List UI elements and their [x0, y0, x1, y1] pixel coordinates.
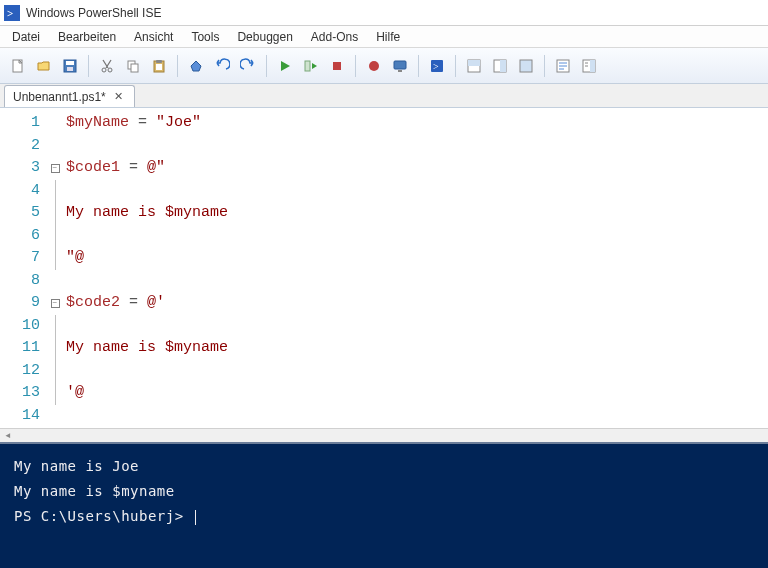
- code-line[interactable]: $myName = "Joe": [66, 112, 768, 135]
- line-number: 14: [0, 405, 44, 428]
- code-line[interactable]: [66, 315, 768, 338]
- code-line[interactable]: $code1 = @": [66, 157, 768, 180]
- fold-marker: [48, 112, 62, 135]
- menu-tools[interactable]: Tools: [183, 28, 227, 46]
- redo-button[interactable]: [236, 54, 260, 78]
- fold-marker: [48, 135, 62, 158]
- fold-marker: [48, 225, 62, 248]
- tab-label: Unbenannt1.ps1*: [13, 90, 106, 104]
- menu-ansicht[interactable]: Ansicht: [126, 28, 181, 46]
- fold-marker: [48, 382, 62, 405]
- svg-rect-27: [590, 60, 595, 72]
- toolbar-separator: [418, 55, 419, 77]
- show-script-max-button[interactable]: [514, 54, 538, 78]
- toolbar-separator: [355, 55, 356, 77]
- fold-marker: [48, 405, 62, 428]
- fold-marker: [48, 360, 62, 383]
- menu-bar: Datei Bearbeiten Ansicht Tools Debuggen …: [0, 26, 768, 48]
- code-line[interactable]: "@: [66, 247, 768, 270]
- paste-button[interactable]: [147, 54, 171, 78]
- line-number: 6: [0, 225, 44, 248]
- save-button[interactable]: [58, 54, 82, 78]
- code-line[interactable]: My name is $myname: [66, 202, 768, 225]
- open-button[interactable]: [32, 54, 56, 78]
- line-number: 8: [0, 270, 44, 293]
- menu-hilfe[interactable]: Hilfe: [368, 28, 408, 46]
- code-area[interactable]: $myName = "Joe"$code1 = @"My name is $my…: [62, 108, 768, 442]
- line-number: 9: [0, 292, 44, 315]
- tab-file[interactable]: Unbenannt1.ps1* ✕: [4, 85, 135, 107]
- svg-point-7: [108, 68, 112, 72]
- code-line[interactable]: $code2 = @': [66, 292, 768, 315]
- svg-rect-12: [156, 64, 162, 70]
- copy-button[interactable]: [121, 54, 145, 78]
- svg-rect-17: [398, 70, 402, 72]
- console-prompt[interactable]: PS C:\Users\huberj>: [14, 504, 754, 529]
- menu-datei[interactable]: Datei: [4, 28, 48, 46]
- line-number: 1: [0, 112, 44, 135]
- remote-button[interactable]: [388, 54, 412, 78]
- menu-addons[interactable]: Add-Ons: [303, 28, 366, 46]
- console-pane[interactable]: My name is JoeMy name is $mynamePS C:\Us…: [0, 442, 768, 568]
- horizontal-scrollbar[interactable]: ◄: [0, 428, 768, 442]
- menu-debuggen[interactable]: Debuggen: [229, 28, 300, 46]
- toolbar-separator: [177, 55, 178, 77]
- console-output-line: My name is $myname: [14, 479, 754, 504]
- code-line[interactable]: [66, 360, 768, 383]
- fold-marker: [48, 315, 62, 338]
- show-command-addon-button[interactable]: [577, 54, 601, 78]
- svg-text:>: >: [433, 61, 439, 72]
- line-number: 5: [0, 202, 44, 225]
- line-number: 4: [0, 180, 44, 203]
- close-icon[interactable]: ✕: [112, 90, 126, 104]
- cut-button[interactable]: [95, 54, 119, 78]
- scroll-left-icon[interactable]: ◄: [2, 431, 14, 440]
- stop-button[interactable]: [325, 54, 349, 78]
- script-editor[interactable]: 1234567891011121314151617 −− $myName = "…: [0, 108, 768, 442]
- powershell-button[interactable]: >: [425, 54, 449, 78]
- new-button[interactable]: [6, 54, 30, 78]
- show-script-pane-button[interactable]: [462, 54, 486, 78]
- svg-rect-14: [333, 62, 341, 70]
- toolbar: >: [0, 48, 768, 84]
- line-number: 11: [0, 337, 44, 360]
- run-button[interactable]: [273, 54, 297, 78]
- line-number: 7: [0, 247, 44, 270]
- app-icon: >: [4, 5, 20, 21]
- toolbar-separator: [455, 55, 456, 77]
- fold-marker[interactable]: −: [48, 292, 62, 315]
- line-number: 10: [0, 315, 44, 338]
- code-line[interactable]: [66, 180, 768, 203]
- code-line[interactable]: [66, 270, 768, 293]
- svg-point-15: [369, 61, 379, 71]
- svg-point-6: [102, 68, 106, 72]
- menu-bearbeiten[interactable]: Bearbeiten: [50, 28, 124, 46]
- code-line[interactable]: [66, 225, 768, 248]
- svg-rect-24: [520, 60, 532, 72]
- fold-marker: [48, 202, 62, 225]
- fold-marker: [48, 247, 62, 270]
- undo-button[interactable]: [210, 54, 234, 78]
- breakpoint-button[interactable]: [362, 54, 386, 78]
- window-title: Windows PowerShell ISE: [26, 6, 161, 20]
- tab-strip: Unbenannt1.ps1* ✕: [0, 84, 768, 108]
- run-selection-button[interactable]: [299, 54, 323, 78]
- line-number: 13: [0, 382, 44, 405]
- fold-marker[interactable]: −: [48, 157, 62, 180]
- clear-button[interactable]: [184, 54, 208, 78]
- line-number: 3: [0, 157, 44, 180]
- show-script-right-button[interactable]: [488, 54, 512, 78]
- text-cursor: [195, 510, 196, 525]
- svg-rect-4: [66, 61, 74, 65]
- svg-rect-11: [156, 60, 162, 63]
- svg-rect-16: [394, 61, 406, 69]
- code-line[interactable]: [66, 405, 768, 428]
- svg-rect-23: [500, 60, 506, 72]
- code-line[interactable]: My name is $myname: [66, 337, 768, 360]
- svg-rect-13: [305, 61, 310, 71]
- show-command-button[interactable]: [551, 54, 575, 78]
- toolbar-separator: [266, 55, 267, 77]
- code-line[interactable]: '@: [66, 382, 768, 405]
- line-number: 2: [0, 135, 44, 158]
- code-line[interactable]: [66, 135, 768, 158]
